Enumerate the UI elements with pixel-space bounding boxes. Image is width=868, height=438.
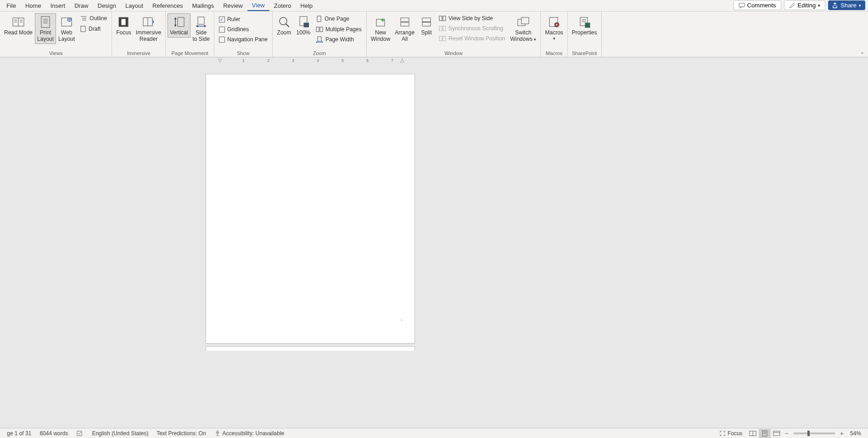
accessibility-icon: [214, 430, 221, 437]
print-layout-button[interactable]: Print Layout: [35, 13, 56, 44]
menu-review[interactable]: Review: [218, 1, 247, 11]
one-page-button[interactable]: One Page: [315, 14, 363, 23]
print-layout-view-button[interactable]: [759, 429, 771, 438]
focus-button[interactable]: Focus: [114, 13, 134, 38]
ruler-mark: 5: [342, 58, 344, 63]
group-zoom: Zoom 100 100% One Page Multiple Pages Pa…: [273, 11, 367, 57]
checkbox-icon: [219, 27, 225, 33]
editing-button[interactable]: Editing ▾: [784, 0, 826, 10]
chevron-down-icon: ⌄: [860, 49, 864, 55]
reset-position-icon: [439, 35, 446, 42]
focus-small-icon: [719, 430, 726, 437]
immersive-reader-button[interactable]: Immersive Reader: [134, 13, 163, 44]
svg-rect-21: [178, 17, 184, 27]
read-mode-label: Read Mode: [4, 30, 33, 36]
web-layout-label: Web Layout: [58, 30, 75, 43]
spellcheck-status[interactable]: [72, 430, 88, 437]
language-status[interactable]: English (United States): [88, 430, 152, 437]
vertical-label: Vertical: [170, 30, 188, 36]
draft-icon: [80, 25, 86, 33]
web-layout-button[interactable]: Web Layout: [56, 13, 77, 44]
zoom-out-button[interactable]: −: [783, 430, 791, 437]
menu-file[interactable]: File: [2, 1, 21, 11]
read-mode-view-button[interactable]: [747, 429, 759, 438]
menu-zotero[interactable]: Zotero: [269, 1, 296, 11]
svg-rect-35: [316, 27, 319, 32]
split-button[interactable]: Split: [417, 13, 436, 38]
one-page-label: One Page: [325, 16, 349, 22]
share-button[interactable]: Share ▾: [828, 0, 865, 10]
arrange-all-button[interactable]: Arrange All: [392, 13, 417, 44]
chevron-down-icon: ▾: [859, 3, 861, 8]
svg-rect-18: [81, 26, 85, 32]
properties-button[interactable]: S Properties: [570, 13, 599, 38]
menu-view[interactable]: View: [247, 0, 269, 11]
multiple-pages-button[interactable]: Multiple Pages: [315, 25, 363, 33]
svg-line-30: [286, 24, 289, 27]
hundred-percent-button[interactable]: 100 100%: [294, 13, 313, 38]
focus-mode-label: Focus: [728, 430, 743, 437]
new-window-button[interactable]: New Window: [369, 13, 393, 44]
arrange-all-icon: [398, 15, 412, 29]
outline-button[interactable]: Outline: [79, 14, 108, 22]
sharepoint-group-label: SharePoint: [568, 50, 601, 57]
document-page-next[interactable]: [206, 346, 415, 351]
ruler-mark: 4: [317, 58, 319, 63]
side-to-side-button[interactable]: Side to Side: [190, 13, 212, 44]
horizontal-ruler[interactable]: 1 2 3 4 5 6 7: [206, 58, 415, 67]
print-layout-icon: [38, 15, 53, 29]
zoom-level[interactable]: 54%: [846, 430, 865, 437]
document-area[interactable]: 1: [0, 68, 868, 348]
spellcheck-icon: [76, 430, 84, 437]
window-group-label: Window: [367, 50, 541, 57]
menu-insert[interactable]: Insert: [46, 1, 70, 11]
svg-rect-53: [443, 36, 446, 41]
word-count[interactable]: 6044 words: [35, 430, 72, 437]
synchronous-scrolling-button: Synchronous Scrolling: [438, 24, 506, 33]
multiple-pages-icon: [316, 26, 323, 33]
switch-windows-button[interactable]: Switch Windows ▾: [508, 13, 538, 44]
share-label: Share: [840, 2, 857, 9]
svg-rect-71: [773, 431, 780, 436]
zoom-in-button[interactable]: +: [838, 430, 846, 437]
menu-mailings[interactable]: Mailings: [188, 1, 219, 11]
ruler-mark: 7: [391, 58, 393, 63]
text-predictions-status[interactable]: Text Predictions: On: [152, 430, 210, 437]
right-indent-marker[interactable]: △: [400, 57, 404, 63]
zoom-slider[interactable]: [794, 432, 835, 434]
web-layout-view-button[interactable]: [771, 429, 783, 438]
left-indent-marker[interactable]: ▽: [218, 57, 222, 63]
document-page[interactable]: 1: [206, 74, 415, 344]
page-width-button[interactable]: Page Width: [315, 35, 363, 44]
focus-mode-button[interactable]: Focus: [715, 430, 747, 437]
view-side-by-side-button[interactable]: View Side by Side: [438, 14, 506, 22]
menu-design[interactable]: Design: [93, 1, 121, 11]
svg-marker-23: [174, 17, 176, 19]
menu-references[interactable]: References: [148, 1, 187, 11]
accessibility-status[interactable]: Accessibility: Unavailable: [210, 430, 289, 437]
macros-button[interactable]: Macros ▾: [543, 13, 565, 42]
menu-help[interactable]: Help: [296, 1, 317, 11]
immersive-reader-icon: [141, 15, 156, 29]
menu-draw[interactable]: Draw: [70, 1, 93, 11]
svg-rect-48: [439, 16, 442, 21]
comments-button[interactable]: Comments: [734, 0, 781, 10]
menu-home[interactable]: Home: [21, 1, 46, 11]
navigation-pane-label: Navigation Pane: [227, 36, 268, 43]
gridlines-checkbox[interactable]: Gridlines: [218, 25, 269, 33]
print-layout-label: Print Layout: [37, 30, 54, 43]
navigation-pane-checkbox[interactable]: Navigation Pane: [218, 35, 269, 44]
draft-label: Draft: [89, 26, 101, 32]
read-mode-button[interactable]: Read Mode: [2, 13, 35, 38]
vertical-button[interactable]: Vertical: [168, 13, 190, 38]
multiple-pages-label: Multiple Pages: [325, 26, 362, 33]
page-status[interactable]: ge 1 of 31: [3, 430, 35, 437]
page-movement-group-label: Page Movement: [166, 50, 214, 57]
zoom-button[interactable]: Zoom: [274, 13, 294, 38]
zoom-slider-thumb[interactable]: [807, 431, 810, 436]
ruler-checkbox[interactable]: ✓ Ruler: [218, 15, 269, 23]
draft-button[interactable]: Draft: [79, 24, 108, 33]
menu-layout[interactable]: Layout: [121, 1, 148, 11]
ribbon-collapse-button[interactable]: ⌄: [860, 49, 864, 55]
svg-rect-52: [439, 36, 442, 41]
